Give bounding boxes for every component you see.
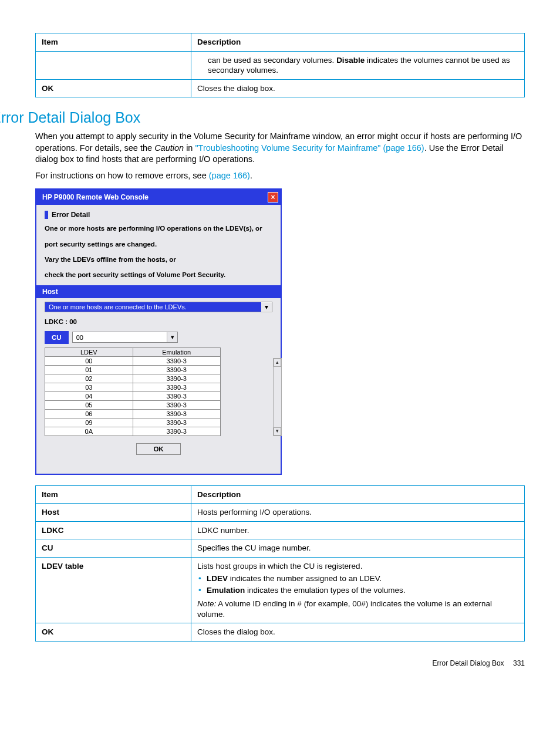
ok-button[interactable]: OK [136,443,180,455]
cell-desc: can be used as secondary volumes. Disabl… [191,51,525,79]
page-footer: Error Detail Dialog Box 331 [35,659,525,667]
table-row: OK Closes the dialog box. [36,623,525,642]
cu-label: CU [45,331,69,344]
cell-item: OK [36,79,191,97]
dialog-titlebar: HP P9000 Remote Web Console × [36,190,281,205]
page-link[interactable]: (page 166) [209,171,250,180]
ldev-row: 003390-3 [45,356,221,365]
ldev-desc-cell: Lists host groups in which the CU is reg… [191,558,525,623]
table-row: can be used as secondary volumes. Disabl… [36,51,525,79]
host-select[interactable]: One or more hosts are connected to the L… [45,302,272,312]
table-row: LDEV table Lists host groups in which th… [36,558,525,623]
table-row: Host Hosts performing I/O operations. [36,504,525,522]
ldev-row: 043390-3 [45,391,221,400]
page-number: 331 [513,659,525,667]
ldev-row: 053390-3 [45,400,221,409]
ldev-row: 023390-3 [45,374,221,383]
table-row: CU Specifies the CU image number. [36,539,525,558]
cu-select-value: 00 [73,333,87,342]
cell-item [36,51,191,79]
ldev-row: 063390-3 [45,409,221,418]
ldev-row: 033390-3 [45,383,221,391]
dialog-subtitle: Error Detail [52,211,90,219]
title-marker-icon [45,211,48,219]
cell-desc: Closes the dialog box. [191,79,525,97]
dialog-msg: One or more hosts are performing I/O ope… [45,224,272,233]
th-item: Item [36,33,191,52]
dialog-msg: Vary the LDEVs offline from the hosts, o… [45,255,272,264]
troubleshoot-link[interactable]: "Troubleshooting Volume Security for Mai… [195,143,424,153]
top-doc-table: Item Description can be used as secondar… [35,33,525,97]
scroll-up-icon[interactable]: ▴ [274,359,281,367]
dialog-msg: check the port security settings of Volu… [45,270,272,279]
chevron-down-icon: ▾ [261,303,272,311]
error-detail-dialog: HP P9000 Remote Web Console × Error Deta… [35,188,282,474]
table-row: LDKC LDKC number. [36,521,525,539]
page-heading: Error Detail Dialog Box [0,109,525,126]
table-row: OK Closes the dialog box. [36,79,525,97]
footer-title: Error Detail Dialog Box [433,659,504,667]
close-icon[interactable]: × [268,192,278,202]
emulation-col-head: Emulation [133,347,221,356]
th-desc: Description [191,33,525,52]
dialog-msg: port security settings are changed. [45,239,272,249]
ldev-col-head: LDEV [45,347,133,356]
host-select-value: One or more hosts are connected to the L… [45,302,261,312]
bottom-doc-table: Item Description Host Hosts performing I… [35,485,525,642]
intro-paragraph-2: For instructions on how to remove errors… [35,170,525,182]
ldev-row: 0A3390-3 [45,427,221,436]
dialog-title: HP P9000 Remote Web Console [42,193,149,201]
ldev-row: 013390-3 [45,365,221,374]
scrollbar[interactable]: ▴ ▾ [273,358,282,436]
scroll-down-icon[interactable]: ▾ [274,427,281,436]
th-item: Item [36,485,191,504]
cu-select[interactable]: 00 ▾ [72,332,178,343]
host-section-header: Host [36,285,281,298]
ldev-table: LDEV Emulation 003390-3 013390-3 023390-… [45,347,221,436]
ldkc-label: LDKC : 00 [45,318,272,325]
th-desc: Description [191,485,525,504]
chevron-down-icon: ▾ [167,332,177,342]
ldev-row: 093390-3 [45,418,221,427]
intro-paragraph-1: When you attempt to apply security in th… [35,131,525,166]
